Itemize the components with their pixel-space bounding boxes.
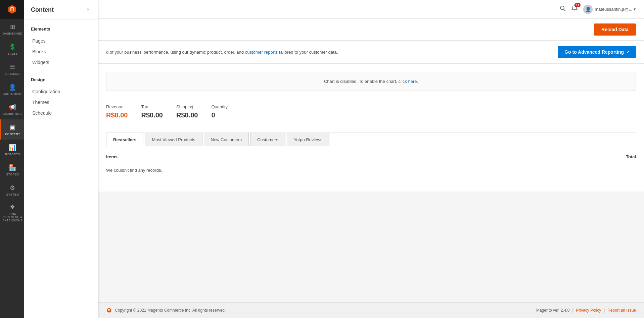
tab-customers[interactable]: Customers bbox=[250, 133, 285, 146]
search-icon[interactable] bbox=[560, 5, 566, 13]
stat-revenue-label: Revenue bbox=[106, 104, 128, 109]
tabs-section: Bestsellers Most Viewed Products New Cus… bbox=[106, 132, 636, 183]
sidebar-item-content[interactable]: ▣ CONTENT bbox=[0, 119, 24, 140]
reload-data-button[interactable]: Reload Data bbox=[594, 23, 636, 36]
extensions-icon: ❖ bbox=[10, 203, 15, 211]
flyout-item-schedule[interactable]: Schedule bbox=[31, 108, 91, 118]
sidebar-item-label: SALES bbox=[8, 52, 18, 55]
footer-left: Copyright © 2021 Magento Commerce Inc. A… bbox=[106, 307, 226, 313]
table-area: Items Total We couldn't find any records… bbox=[106, 146, 636, 183]
no-records-message: We couldn't find any records. bbox=[106, 162, 636, 178]
flyout-item-themes[interactable]: Themes bbox=[31, 97, 91, 108]
footer: Copyright © 2021 Magento Commerce Inc. A… bbox=[98, 302, 644, 318]
footer-copyright: Copyright © 2021 Magento Commerce Inc. A… bbox=[115, 308, 226, 313]
sidebar-item-marketing[interactable]: 📢 MARKETING bbox=[0, 99, 24, 119]
user-name: mateussantin.jr@... ▾ bbox=[595, 7, 636, 12]
stat-tax-label: Tax bbox=[141, 104, 163, 109]
sidebar-item-label: REPORTS bbox=[5, 153, 20, 156]
stat-tax-value: R$0.00 bbox=[141, 111, 163, 119]
content-icon: ▣ bbox=[10, 124, 16, 131]
reporting-banner: d of your business' performance, using o… bbox=[98, 41, 644, 64]
tab-new-customers[interactable]: New Customers bbox=[204, 133, 249, 146]
sidebar-item-label: STORES bbox=[6, 173, 19, 176]
sidebar-nav: ⊞ DASHBOARD 💲 SALES ☰ CATALOG 👤 CUSTOMER… bbox=[0, 19, 24, 318]
main-area: 11 👤 mateussantin.jr@... ▾ Reload Data d… bbox=[98, 0, 644, 318]
reports-icon: 📊 bbox=[9, 144, 16, 151]
flyout-item-configuration[interactable]: Configuration bbox=[31, 86, 91, 97]
page-content: Reload Data d of your business' performa… bbox=[98, 19, 644, 302]
flyout-section-title-elements: Elements bbox=[31, 26, 91, 32]
sidebar-item-extensions[interactable]: ❖ FIND PARTNERS & EXTENSIONS bbox=[0, 200, 24, 225]
flyout-item-pages[interactable]: Pages bbox=[31, 36, 91, 46]
svg-line-1 bbox=[564, 9, 565, 11]
notification-badge: 11 bbox=[574, 3, 581, 7]
sidebar-item-stores[interactable]: 🏪 STORES bbox=[0, 160, 24, 180]
sidebar-item-dashboard[interactable]: ⊞ DASHBOARD bbox=[0, 19, 24, 39]
sidebar-item-label: SYSTEM bbox=[6, 193, 19, 196]
sidebar-item-label: CONTENT bbox=[5, 132, 20, 136]
stat-revenue: Revenue R$0.00 bbox=[106, 104, 128, 119]
reporting-link[interactable]: customer reports bbox=[245, 50, 278, 55]
sidebar-item-customers[interactable]: 👤 CUSTOMERS bbox=[0, 79, 24, 99]
flyout-section-title-design: Design bbox=[31, 77, 91, 82]
catalog-icon: ☰ bbox=[10, 63, 15, 71]
reporting-text-content: d of your business' performance, using o… bbox=[106, 50, 338, 55]
sidebar-item-label: FIND PARTNERS & EXTENSIONS bbox=[2, 212, 23, 222]
notifications-button[interactable]: 11 bbox=[571, 5, 578, 13]
sidebar-item-reports[interactable]: 📊 REPORTS bbox=[0, 140, 24, 160]
stat-shipping-label: Shipping bbox=[176, 104, 198, 109]
flyout-section-elements: Elements Pages Blocks Widgets bbox=[24, 20, 98, 70]
footer-logo-icon bbox=[106, 307, 112, 313]
chart-disabled-notice: Chart is disabled. To enable the chart, … bbox=[106, 72, 636, 91]
tabs-bar: Bestsellers Most Viewed Products New Cus… bbox=[106, 133, 636, 146]
table-header-row: Items Total bbox=[106, 152, 636, 162]
system-icon: ⚙ bbox=[10, 184, 15, 192]
sidebar-item-system[interactable]: ⚙ SYSTEM bbox=[0, 180, 24, 200]
sidebar-item-label: CATALOG bbox=[5, 72, 20, 75]
privacy-policy-link[interactable]: Privacy Policy bbox=[576, 308, 601, 313]
topbar: 11 👤 mateussantin.jr@... ▾ bbox=[98, 0, 644, 19]
magento-logo-icon bbox=[7, 4, 17, 15]
stat-quantity-value: 0 bbox=[212, 111, 228, 119]
topbar-actions: 11 👤 mateussantin.jr@... ▾ bbox=[560, 5, 636, 14]
sidebar-item-sales[interactable]: 💲 SALES bbox=[0, 39, 24, 59]
user-avatar: 👤 bbox=[583, 5, 593, 14]
stat-quantity-label: Quantity bbox=[212, 104, 228, 109]
tab-bestsellers[interactable]: Bestsellers bbox=[106, 133, 143, 146]
customers-icon: 👤 bbox=[9, 84, 16, 91]
stat-quantity: Quantity 0 bbox=[212, 104, 228, 119]
dashboard-icon: ⊞ bbox=[10, 23, 15, 31]
flyout-item-blocks[interactable]: Blocks bbox=[31, 46, 91, 57]
footer-right: Magento ver. 2.4.0 | Privacy Policy | Re… bbox=[536, 308, 636, 313]
tab-yotpo-reviews[interactable]: Yotpo Reviews bbox=[287, 133, 330, 146]
stores-icon: 🏪 bbox=[9, 164, 16, 171]
flyout-close-button[interactable]: × bbox=[85, 5, 91, 14]
go-advanced-label: Go to Advanced Reporting bbox=[564, 49, 624, 55]
user-menu[interactable]: 👤 mateussantin.jr@... ▾ bbox=[583, 5, 636, 14]
sidebar: ⊞ DASHBOARD 💲 SALES ☰ CATALOG 👤 CUSTOMER… bbox=[0, 0, 24, 318]
col-header-total: Total bbox=[459, 154, 636, 159]
col-header-items: Items bbox=[106, 154, 459, 159]
footer-separator-2: | bbox=[604, 308, 605, 313]
footer-version-label: Magento ver. 2.4.0 bbox=[536, 308, 569, 313]
report-issue-link[interactable]: Report an Issue bbox=[607, 308, 636, 313]
footer-separator: | bbox=[572, 308, 573, 313]
reporting-description: d of your business' performance, using o… bbox=[106, 50, 551, 55]
stat-tax: Tax R$0.00 bbox=[141, 104, 163, 119]
marketing-icon: 📢 bbox=[9, 104, 16, 111]
flyout-header: Content × bbox=[24, 0, 98, 20]
stat-shipping-value: R$0.00 bbox=[176, 111, 198, 119]
stat-shipping: Shipping R$0.00 bbox=[176, 104, 198, 119]
sidebar-item-catalog[interactable]: ☰ CATALOG bbox=[0, 59, 24, 79]
flyout-section-design: Design Configuration Themes Schedule bbox=[24, 70, 98, 121]
stat-revenue-value: R$0.00 bbox=[106, 111, 128, 119]
tab-most-viewed-products[interactable]: Most Viewed Products bbox=[145, 133, 202, 146]
chart-disabled-text: Chart is disabled. To enable the chart, … bbox=[324, 79, 418, 84]
chart-enable-link[interactable]: here bbox=[408, 79, 417, 84]
go-advanced-reporting-button[interactable]: Go to Advanced Reporting ↗ bbox=[558, 46, 636, 58]
flyout-item-widgets[interactable]: Widgets bbox=[31, 57, 91, 68]
page-header-bar: Reload Data bbox=[98, 19, 644, 41]
flyout-panel: Content × Elements Pages Blocks Widgets … bbox=[24, 0, 98, 318]
sales-icon: 💲 bbox=[9, 43, 16, 51]
stats-row: Revenue R$0.00 Tax R$0.00 Shipping R$0.0… bbox=[106, 99, 636, 124]
